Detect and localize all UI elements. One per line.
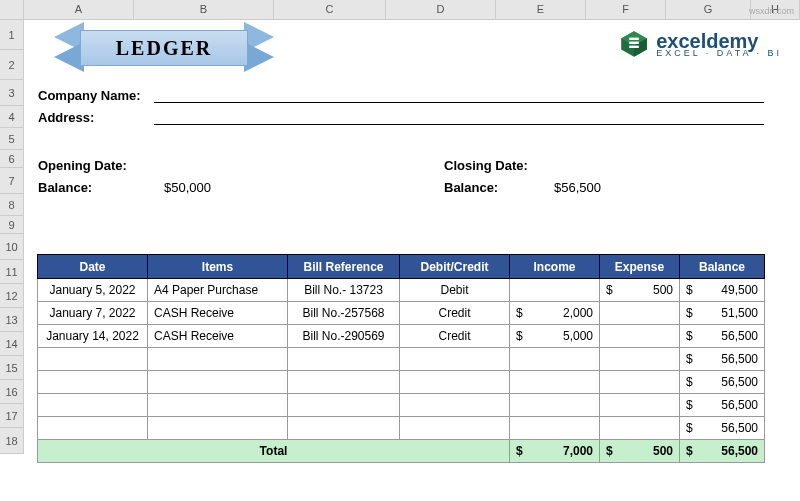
- row-header[interactable]: 1: [0, 20, 24, 50]
- cell[interactable]: A4 Paper Purchase: [148, 279, 288, 302]
- table-row[interactable]: $56,500: [38, 394, 765, 417]
- cell[interactable]: CASH Receive: [148, 325, 288, 348]
- cell[interactable]: [400, 371, 510, 394]
- cell[interactable]: $56,500: [680, 348, 765, 371]
- cell[interactable]: $56,500: [680, 371, 765, 394]
- cell[interactable]: [38, 417, 148, 440]
- col-header[interactable]: G: [666, 0, 751, 19]
- cell[interactable]: $51,500: [680, 302, 765, 325]
- col-header[interactable]: E: [496, 0, 586, 19]
- table-row[interactable]: $56,500: [38, 371, 765, 394]
- row-header[interactable]: 6: [0, 150, 24, 168]
- cell[interactable]: [600, 417, 680, 440]
- cell[interactable]: [148, 394, 288, 417]
- row-header[interactable]: 11: [0, 260, 24, 284]
- cell[interactable]: [38, 371, 148, 394]
- cell[interactable]: CASH Receive: [148, 302, 288, 325]
- cell[interactable]: $49,500: [680, 279, 765, 302]
- cell[interactable]: [400, 348, 510, 371]
- cell[interactable]: Bill No.-257568: [288, 302, 400, 325]
- th-income[interactable]: Income: [510, 255, 600, 279]
- cell[interactable]: $2,000: [510, 302, 600, 325]
- cell[interactable]: [510, 394, 600, 417]
- cell[interactable]: $56,500: [680, 417, 765, 440]
- cell[interactable]: [600, 394, 680, 417]
- address-input-line[interactable]: [154, 124, 764, 125]
- cell[interactable]: [510, 279, 600, 302]
- cell[interactable]: Bill No.-290569: [288, 325, 400, 348]
- cell[interactable]: [38, 348, 148, 371]
- table-row[interactable]: January 7, 2022CASH ReceiveBill No.-2575…: [38, 302, 765, 325]
- col-header[interactable]: C: [274, 0, 386, 19]
- cell[interactable]: [148, 348, 288, 371]
- col-header[interactable]: B: [134, 0, 274, 19]
- cell[interactable]: $56,500: [680, 394, 765, 417]
- cell[interactable]: [288, 417, 400, 440]
- cell[interactable]: $5,000: [510, 325, 600, 348]
- cell[interactable]: [38, 394, 148, 417]
- table-row[interactable]: $56,500: [38, 417, 765, 440]
- cell[interactable]: January 5, 2022: [38, 279, 148, 302]
- total-income: $7,000: [510, 440, 600, 463]
- row-header[interactable]: 4: [0, 106, 24, 128]
- cell[interactable]: [600, 348, 680, 371]
- col-header[interactable]: F: [586, 0, 666, 19]
- cell[interactable]: Debit: [400, 279, 510, 302]
- row-header[interactable]: 12: [0, 284, 24, 308]
- cell[interactable]: [400, 417, 510, 440]
- col-header[interactable]: D: [386, 0, 496, 19]
- closing-balance-value: $56,500: [554, 180, 601, 195]
- cell[interactable]: [510, 417, 600, 440]
- watermark: wsxdn.com: [749, 6, 794, 16]
- row-header[interactable]: 9: [0, 216, 24, 234]
- total-row: Total $7,000 $500 $56,500: [38, 440, 765, 463]
- cell[interactable]: Credit: [400, 325, 510, 348]
- company-name-input-line[interactable]: [154, 102, 764, 103]
- row-header[interactable]: 17: [0, 404, 24, 428]
- cell[interactable]: January 7, 2022: [38, 302, 148, 325]
- row-header[interactable]: 8: [0, 194, 24, 216]
- cell[interactable]: [400, 394, 510, 417]
- cell[interactable]: $500: [600, 279, 680, 302]
- cell[interactable]: [288, 394, 400, 417]
- svg-rect-5: [629, 46, 639, 48]
- svg-rect-3: [629, 38, 639, 40]
- cell[interactable]: [148, 371, 288, 394]
- table-row[interactable]: January 5, 2022A4 Paper PurchaseBill No.…: [38, 279, 765, 302]
- table-row[interactable]: January 14, 2022CASH ReceiveBill No.-290…: [38, 325, 765, 348]
- cell[interactable]: [600, 302, 680, 325]
- cell[interactable]: Bill No.- 13723: [288, 279, 400, 302]
- table-row[interactable]: $56,500: [38, 348, 765, 371]
- row-header[interactable]: 10: [0, 234, 24, 260]
- row-header[interactable]: 5: [0, 128, 24, 150]
- row-header[interactable]: 7: [0, 168, 24, 194]
- cell[interactable]: [600, 325, 680, 348]
- cell[interactable]: Credit: [400, 302, 510, 325]
- cell[interactable]: [510, 348, 600, 371]
- row-header[interactable]: 16: [0, 380, 24, 404]
- row-header[interactable]: 14: [0, 332, 24, 356]
- cell[interactable]: [288, 371, 400, 394]
- th-date[interactable]: Date: [38, 255, 148, 279]
- row-header[interactable]: 18: [0, 428, 24, 454]
- cell[interactable]: [288, 348, 400, 371]
- opening-date-label: Opening Date:: [38, 158, 127, 173]
- ledger-table[interactable]: Date Items Bill Reference Debit/Credit I…: [37, 254, 765, 463]
- select-all-corner[interactable]: [0, 0, 24, 19]
- col-header[interactable]: A: [24, 0, 134, 19]
- cell[interactable]: $56,500: [680, 325, 765, 348]
- th-balance[interactable]: Balance: [680, 255, 765, 279]
- closing-date-label: Closing Date:: [444, 158, 528, 173]
- th-expense[interactable]: Expense: [600, 255, 680, 279]
- row-header[interactable]: 3: [0, 80, 24, 106]
- cell[interactable]: January 14, 2022: [38, 325, 148, 348]
- th-bill[interactable]: Bill Reference: [288, 255, 400, 279]
- cell[interactable]: [148, 417, 288, 440]
- th-items[interactable]: Items: [148, 255, 288, 279]
- row-header[interactable]: 2: [0, 50, 24, 80]
- cell[interactable]: [510, 371, 600, 394]
- cell[interactable]: [600, 371, 680, 394]
- row-header[interactable]: 13: [0, 308, 24, 332]
- row-header[interactable]: 15: [0, 356, 24, 380]
- th-dc[interactable]: Debit/Credit: [400, 255, 510, 279]
